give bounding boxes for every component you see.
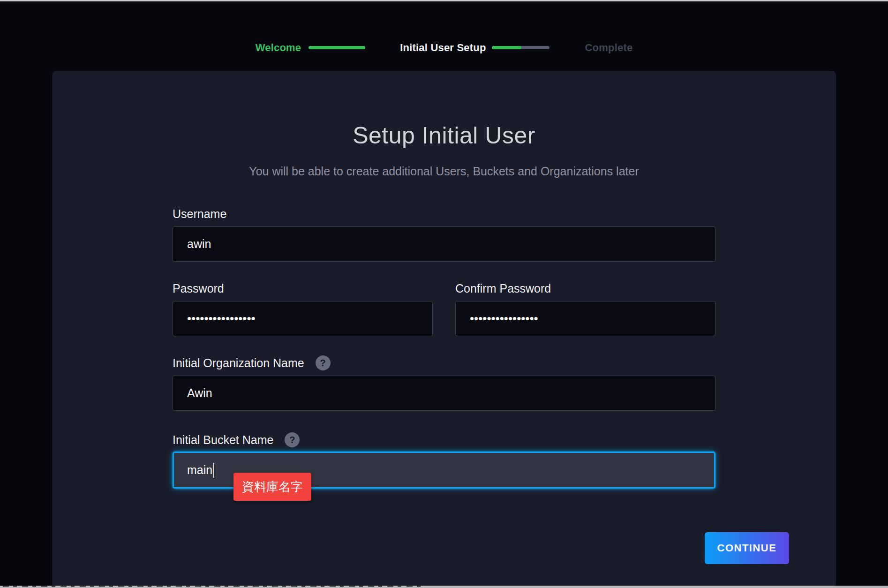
username-input[interactable] xyxy=(173,226,715,262)
password-label: Password xyxy=(173,281,224,295)
stepper-progress-fill xyxy=(492,46,522,49)
setup-wizard-stepper: Welcome Initial User Setup Complete xyxy=(0,0,888,71)
initial-user-form: Username Password Confirm Password Initi… xyxy=(173,207,715,489)
question-mark-icon[interactable]: ? xyxy=(316,355,331,370)
bucket-name-tooltip: 資料庫名字 xyxy=(233,473,311,501)
bucket-field-wrapper: main 資料庫名字 xyxy=(173,452,715,489)
stepper-progress-bar-1 xyxy=(309,46,365,49)
text-caret xyxy=(213,463,214,478)
stepper-step-welcome: Welcome xyxy=(256,42,301,54)
username-label: Username xyxy=(173,207,226,221)
bucket-tooltip-text: 資料庫名字 xyxy=(242,479,303,495)
stepper-progress-bar-2 xyxy=(492,46,549,49)
bucket-name-label: Initial Bucket Name xyxy=(173,433,273,447)
continue-button[interactable]: CONTINUE xyxy=(705,532,789,564)
page-title: Setup Initial User xyxy=(52,122,836,149)
organization-name-label: Initial Organization Name xyxy=(173,356,304,370)
window-top-edge xyxy=(0,0,888,1)
organization-name-input[interactable] xyxy=(173,376,715,411)
page-subtitle: You will be able to create additional Us… xyxy=(52,164,836,178)
cutoff-text-artifact xyxy=(3,586,425,587)
bucket-name-value: main xyxy=(187,463,212,477)
window-bottom-edge xyxy=(0,586,888,588)
stepper-step-complete: Complete xyxy=(585,42,633,54)
confirm-password-label: Confirm Password xyxy=(455,281,551,295)
confirm-password-input[interactable] xyxy=(455,301,715,336)
question-mark-icon[interactable]: ? xyxy=(285,432,300,447)
setup-card: Setup Initial User You will be able to c… xyxy=(52,71,836,588)
password-input[interactable] xyxy=(173,301,433,336)
stepper-step-initial-user-setup: Initial User Setup xyxy=(400,42,486,54)
